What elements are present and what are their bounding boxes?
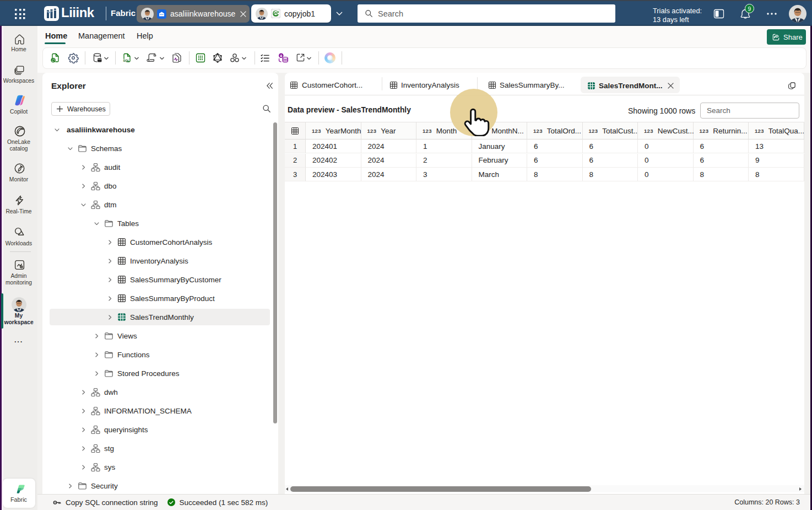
svg-text:SQL: SQL	[123, 59, 130, 62]
